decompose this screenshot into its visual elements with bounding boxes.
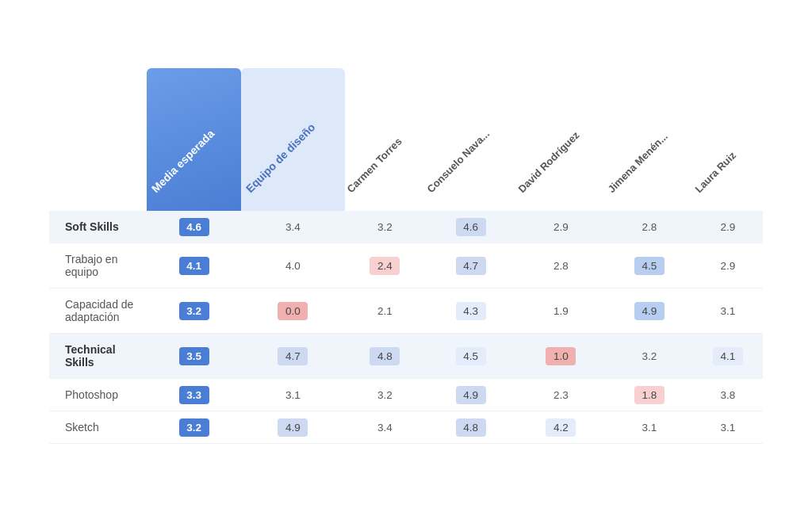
col-jimena-label: Jimena Menén... bbox=[605, 130, 670, 195]
data-cell: 4.9 bbox=[425, 379, 516, 411]
cell-value: 4.9 bbox=[634, 302, 665, 320]
cell-value: 2.3 bbox=[546, 386, 576, 404]
col-media-label: Media esperada bbox=[149, 127, 217, 195]
cell-value: 4.0 bbox=[278, 257, 308, 275]
cell-value: 3.4 bbox=[370, 418, 400, 437]
cell-value: 1.0 bbox=[546, 347, 576, 365]
col-david-rodriguez: David Rodríguez bbox=[516, 68, 606, 211]
data-cell: 1.0 bbox=[516, 334, 606, 379]
data-cell: 3.2 bbox=[147, 411, 241, 444]
cell-value: 2.9 bbox=[546, 218, 576, 236]
data-cell: 4.6 bbox=[425, 211, 516, 243]
table-row: Technical Skills3.54.74.84.51.03.24.1 bbox=[49, 334, 763, 379]
cell-value: 1.8 bbox=[634, 386, 665, 404]
data-cell: 3.2 bbox=[606, 334, 693, 379]
row-label: Technical Skills bbox=[49, 334, 147, 379]
table-row: Sketch3.24.93.44.84.23.13.1 bbox=[49, 411, 763, 444]
data-cell: 3.2 bbox=[147, 288, 241, 334]
data-cell: 3.3 bbox=[147, 379, 241, 411]
data-cell: 4.2 bbox=[516, 411, 606, 444]
cell-value: 3.1 bbox=[713, 302, 743, 320]
data-cell: 3.1 bbox=[606, 411, 693, 444]
cell-value: 2.4 bbox=[370, 257, 400, 275]
cell-value: 4.7 bbox=[278, 347, 308, 365]
data-cell: 4.8 bbox=[345, 334, 426, 379]
col-laura-ruiz: Laura Ruiz bbox=[693, 68, 763, 211]
col-laura-label: Laura Ruiz bbox=[692, 149, 738, 195]
cell-value: 4.1 bbox=[713, 347, 743, 365]
cell-value: 3.2 bbox=[370, 386, 400, 404]
cell-value: 3.1 bbox=[713, 418, 743, 437]
data-cell: 1.9 bbox=[516, 288, 606, 334]
data-cell: 2.9 bbox=[693, 211, 763, 243]
data-cell: 0.0 bbox=[241, 288, 345, 334]
cell-value: 4.1 bbox=[179, 257, 209, 275]
data-cell: 2.3 bbox=[516, 379, 606, 411]
data-cell: 3.4 bbox=[345, 411, 426, 444]
cell-value: 3.2 bbox=[179, 302, 209, 320]
cell-value: 2.9 bbox=[713, 218, 743, 236]
data-cell: 4.1 bbox=[693, 334, 763, 379]
data-cell: 3.2 bbox=[345, 379, 426, 411]
data-cell: 4.0 bbox=[241, 243, 345, 288]
cell-value: 4.3 bbox=[456, 302, 486, 320]
cell-value: 4.8 bbox=[370, 347, 400, 365]
data-cell: 3.5 bbox=[147, 334, 241, 379]
table-body: Soft Skills4.63.43.24.62.92.82.9Trabajo … bbox=[49, 211, 763, 444]
col-david-label: David Rodríguez bbox=[515, 129, 581, 195]
data-cell: 2.8 bbox=[516, 243, 606, 288]
cell-value: 4.5 bbox=[634, 257, 665, 275]
data-cell: 3.1 bbox=[241, 379, 345, 411]
data-cell: 2.9 bbox=[693, 243, 763, 288]
data-cell: 4.9 bbox=[606, 288, 693, 334]
cell-value: 3.5 bbox=[179, 347, 209, 365]
cell-value: 3.2 bbox=[634, 347, 665, 365]
cell-value: 4.6 bbox=[179, 218, 209, 236]
data-cell: 4.6 bbox=[147, 211, 241, 243]
table-row: Capacidad de adaptación3.20.02.14.31.94.… bbox=[49, 288, 763, 334]
data-cell: 4.5 bbox=[425, 334, 516, 379]
cell-value: 0.0 bbox=[278, 302, 308, 320]
table-row: Photoshop3.33.13.24.92.31.83.8 bbox=[49, 379, 763, 411]
cell-value: 3.2 bbox=[179, 418, 209, 437]
cell-value: 3.8 bbox=[713, 386, 743, 404]
data-cell: 4.9 bbox=[241, 411, 345, 444]
heatmap-container: Media esperada Equipo de diseño Carmen T… bbox=[25, 52, 787, 460]
cell-value: 4.9 bbox=[456, 386, 486, 404]
cell-value: 2.8 bbox=[546, 257, 576, 275]
cell-value: 4.5 bbox=[456, 347, 486, 365]
row-label: Photoshop bbox=[49, 379, 147, 411]
col-carmen-torres: Carmen Torres bbox=[345, 68, 426, 211]
data-cell: 2.4 bbox=[345, 243, 426, 288]
data-cell: 1.8 bbox=[606, 379, 693, 411]
cell-value: 1.9 bbox=[546, 302, 576, 320]
col-consuelo-label: Consuelo Nava... bbox=[425, 128, 492, 195]
cell-value: 4.2 bbox=[546, 418, 576, 437]
row-label: Trabajo en equipo bbox=[49, 243, 147, 288]
cell-value: 2.8 bbox=[634, 218, 665, 236]
col-carmen-label: Carmen Torres bbox=[344, 136, 404, 195]
row-label: Sketch bbox=[49, 411, 147, 444]
cell-value: 4.9 bbox=[278, 418, 308, 437]
data-cell: 4.3 bbox=[425, 288, 516, 334]
cell-value: 2.1 bbox=[370, 302, 400, 320]
cell-value: 3.1 bbox=[278, 386, 308, 404]
header-row: Media esperada Equipo de diseño Carmen T… bbox=[49, 68, 763, 211]
col-equipo-label: Equipo de diseño bbox=[243, 120, 318, 195]
data-cell: 4.1 bbox=[147, 243, 241, 288]
col-consuelo-nava: Consuelo Nava... bbox=[425, 68, 516, 211]
cell-value: 3.1 bbox=[634, 418, 665, 437]
cell-value: 4.6 bbox=[456, 218, 486, 236]
data-cell: 3.2 bbox=[345, 211, 426, 243]
data-cell: 3.1 bbox=[693, 288, 763, 334]
col-media-esperada: Media esperada bbox=[147, 68, 241, 211]
table-row: Soft Skills4.63.43.24.62.92.82.9 bbox=[49, 211, 763, 243]
cell-value: 3.4 bbox=[278, 218, 308, 236]
heatmap-table: Media esperada Equipo de diseño Carmen T… bbox=[49, 68, 763, 444]
cell-value: 4.7 bbox=[456, 257, 486, 275]
cell-value: 3.2 bbox=[370, 218, 400, 236]
data-cell: 2.1 bbox=[345, 288, 426, 334]
data-cell: 4.7 bbox=[425, 243, 516, 288]
data-cell: 3.1 bbox=[693, 411, 763, 444]
col-equipo-diseno: Equipo de diseño bbox=[241, 68, 345, 211]
